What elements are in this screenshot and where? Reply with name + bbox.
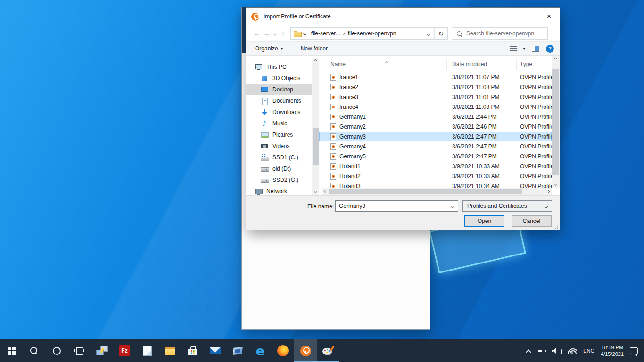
view-controls: ▾ ? [510,45,554,53]
search-input[interactable]: Search file-server-openvpn [452,27,548,40]
file-row[interactable]: france4 3/8/2021 11:08 PM OVPN Profile [319,102,552,112]
scroll-up-icon[interactable] [552,56,560,63]
edge-button[interactable]: e [249,339,272,362]
sidebar-item-ssd1-c[interactable]: SSD1 (C:) [246,152,319,163]
cortana-button[interactable] [45,339,68,362]
file-date: 3/9/2021 10:33 AM [447,173,517,180]
sidebar-item-documents[interactable]: Documents [246,95,319,107]
address-dropdown-button[interactable] [423,30,434,37]
clock[interactable]: 10:19 PM 4/15/2021 [598,339,627,362]
mail-button[interactable] [204,339,226,362]
file-list-horizontal-scrollbar[interactable] [322,188,552,195]
file-row[interactable]: Germany1 3/6/2021 2:44 PM OVPN Profile [319,112,552,122]
sidebar-item-ssd2-g[interactable]: SSD2 (G:) [246,174,319,186]
sidebar-item-old-d[interactable]: old (D:) [246,163,319,174]
sidebar-item-desktop[interactable]: Desktop [246,84,319,95]
taskbar-search-button[interactable] [23,339,45,362]
help-button[interactable]: ? [546,45,554,53]
file-row[interactable]: Holand1 3/9/2021 10:33 AM OVPN Profile [319,161,552,171]
movies-tv-button[interactable] [226,339,249,362]
wifi-button[interactable] [564,339,580,362]
system-tray: ENG 10:19 PM 4/15/2021 [523,339,644,362]
paint-taskbar-button[interactable] [317,339,339,362]
preview-pane-icon[interactable] [532,46,539,52]
scroll-up-icon[interactable] [312,58,319,65]
file-name-input[interactable]: Germany3 [335,200,458,212]
filezilla-button[interactable]: Fz [113,339,136,362]
refresh-button[interactable]: ↻ [435,30,447,37]
sidebar-item-3d-objects[interactable]: 3D Objects [246,73,319,84]
file-list-vertical-scrollbar[interactable] [552,56,560,188]
close-button[interactable]: × [538,8,560,25]
dialog-titlebar[interactable]: Import Profile or Certificate × [246,8,560,25]
sidebar-item-network[interactable]: Network [246,186,319,195]
sidebar-item-label: Downloads [272,109,300,115]
file-type-select[interactable]: Profiles and Certificates [462,200,552,212]
sidebar-item-this-pc[interactable]: This PC [246,61,319,73]
openvpn-taskbar-button[interactable] [294,339,317,362]
breadcrumb-overflow[interactable]: « [301,30,309,37]
file-name: france3 [339,94,358,100]
up-button[interactable]: ↑ [278,30,288,37]
resize-grip[interactable] [557,228,558,229]
openvpn-icon [300,346,311,356]
sidebar-item-downloads[interactable]: Downloads [246,107,319,118]
sidebar-item-videos[interactable]: Videos [246,140,319,152]
file-row[interactable]: Germany5 3/6/2021 2:47 PM OVPN Profile [319,151,552,161]
column-header-type[interactable]: Type [517,59,552,70]
scroll-left-icon[interactable] [322,188,329,195]
list-view-icon[interactable] [510,46,517,51]
file-row-selected[interactable]: Germany3 3/6/2021 2:47 PM OVPN Profile [319,132,552,141]
hidden-icons-button[interactable] [523,339,534,362]
documents-icon [261,97,269,105]
file-name: Holand2 [339,173,361,180]
sidebar-item-music[interactable]: Music [246,118,319,129]
back-button[interactable]: ← [252,30,262,37]
navigation-pane: This PC 3D Objects Desktop Documents Dow… [246,56,319,195]
ovpn-file-icon [330,133,336,140]
volume-button[interactable] [549,339,564,362]
file-row[interactable]: Holand3 3/9/2021 10:34 AM OVPN Profile [319,181,552,188]
column-header-name[interactable]: Name [319,59,447,70]
view-dropdown-button[interactable]: ▾ [523,47,525,51]
file-row[interactable]: france1 3/8/2021 11:07 PM OVPN Profile [319,72,552,82]
forward-button[interactable]: → [262,30,272,37]
column-header-date-modified[interactable]: Date modified [447,59,517,70]
file-explorer-button[interactable] [158,339,181,362]
firefox-button[interactable] [272,339,294,362]
sidebar-item-label: Desktop [272,86,293,93]
scroll-right-icon[interactable] [545,188,552,195]
action-center-button[interactable] [627,339,641,362]
microsoft-store-button[interactable] [181,339,204,362]
new-folder-button[interactable]: New folder [301,45,328,52]
chevron-down-icon[interactable] [451,203,458,209]
scrollbar-thumb[interactable] [313,128,319,165]
file-row[interactable]: france2 3/8/2021 11:08 PM OVPN Profile [319,82,552,92]
address-bar[interactable]: « file-server... › file-server-openvpn ↻ [290,27,448,40]
breadcrumb-current[interactable]: file-server-openvpn [346,30,399,37]
file-row[interactable]: Germany2 3/6/2021 2:46 PM OVPN Profile [319,122,552,132]
scrollbar-thumb[interactable] [329,189,522,194]
scrollbar-thumb[interactable] [552,69,559,175]
sidebar-scrollbar[interactable] [312,58,319,195]
file-row[interactable]: Germany4 3/6/2021 2:47 PM OVPN Profile [319,141,552,151]
start-button[interactable] [0,339,23,362]
chevron-down-icon[interactable] [545,203,552,209]
scroll-down-icon[interactable] [552,181,560,188]
notepad-button[interactable] [136,339,158,362]
breadcrumb-parent[interactable]: file-server... [309,30,343,37]
task-view-button[interactable] [68,339,91,362]
sidebar-item-pictures[interactable]: Pictures [246,129,319,140]
organize-button[interactable]: Organize ▾ [255,45,283,52]
remote-desktop-button[interactable] [91,339,113,362]
open-button[interactable]: Open [464,215,504,227]
battery-button[interactable] [534,339,549,362]
cancel-button[interactable]: Cancel [512,215,552,227]
language-indicator[interactable]: ENG [580,339,598,362]
recent-locations-button[interactable] [272,30,278,37]
desktop-icon [261,86,269,93]
file-row[interactable]: france3 3/8/2021 11:01 PM OVPN Profile [319,92,552,102]
pictures-icon [261,131,269,139]
scroll-down-icon[interactable] [312,188,319,195]
file-row[interactable]: Holand2 3/9/2021 10:33 AM OVPN Profile [319,171,552,181]
